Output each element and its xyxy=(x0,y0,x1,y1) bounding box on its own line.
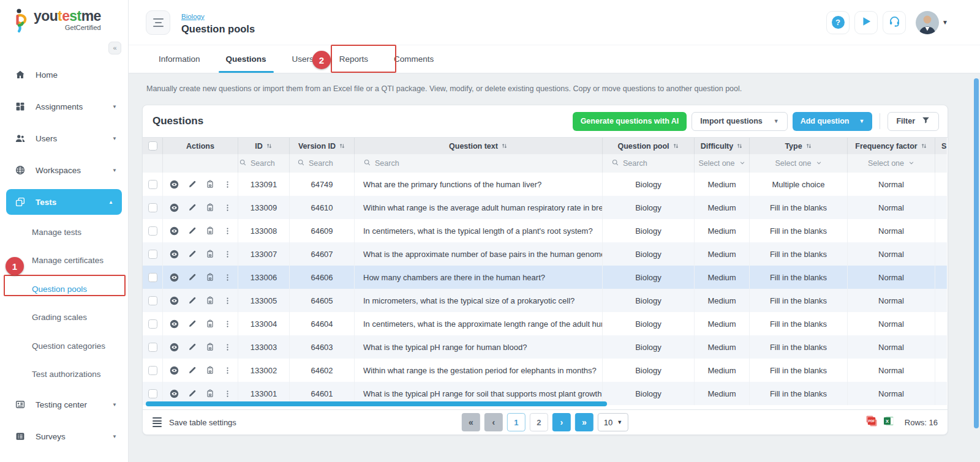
sidebar-item-users[interactable]: Users▼ xyxy=(0,122,128,154)
more-options-icon[interactable] xyxy=(223,180,232,189)
select-all-checkbox[interactable] xyxy=(148,141,157,151)
duplicate-question-icon[interactable] xyxy=(205,365,215,375)
horizontal-scrollbar[interactable] xyxy=(146,401,607,406)
row-checkbox[interactable] xyxy=(148,343,157,352)
tab-information[interactable]: Information xyxy=(146,45,213,73)
edit-icon[interactable] xyxy=(187,389,197,398)
next-page-button[interactable]: › xyxy=(552,413,571,431)
sidebar-item-surveys[interactable]: Surveys▼ xyxy=(0,420,128,452)
more-options-icon[interactable] xyxy=(223,343,232,352)
preview-icon[interactable] xyxy=(169,389,179,399)
duplicate-question-icon[interactable] xyxy=(205,296,215,305)
select-filter-frequency[interactable]: Select one xyxy=(868,159,914,168)
edit-icon[interactable] xyxy=(187,179,197,189)
search-input-version[interactable] xyxy=(309,159,347,168)
edit-icon[interactable] xyxy=(187,272,197,282)
sidebar-item-workspaces[interactable]: Workspaces▼ xyxy=(0,154,128,186)
sidebar-item-question-categories[interactable]: Question categories xyxy=(0,332,128,360)
add-question-button[interactable]: Add question▼ xyxy=(793,112,873,131)
hamburger-menu-button[interactable] xyxy=(146,10,170,35)
more-options-icon[interactable] xyxy=(223,203,232,212)
help-button[interactable]: ? xyxy=(826,11,850,34)
sidebar-collapse-button[interactable]: « xyxy=(108,42,121,54)
preview-icon[interactable] xyxy=(169,319,179,329)
tab-users[interactable]: Users xyxy=(279,45,326,73)
video-tutorial-button[interactable] xyxy=(854,11,878,34)
page-button-1[interactable]: 1 xyxy=(507,413,526,431)
sidebar-item-testing-center[interactable]: Testing center▼ xyxy=(0,389,128,420)
logo[interactable]: youtestme GetCertified xyxy=(0,0,128,37)
duplicate-question-icon[interactable] xyxy=(205,226,215,236)
question-row[interactable]: 13300464604In centimeters, what is the a… xyxy=(143,312,947,335)
excel-export-icon[interactable]: X xyxy=(883,415,895,430)
column-header-frequency[interactable]: Frequency factor xyxy=(848,138,935,154)
question-row[interactable]: 13300764607What is the approximate numbe… xyxy=(143,242,947,266)
duplicate-question-icon[interactable] xyxy=(205,249,215,259)
duplicate-question-icon[interactable] xyxy=(205,389,215,398)
sort-icon[interactable] xyxy=(805,143,812,149)
tab-questions[interactable]: Questions xyxy=(213,45,279,73)
sidebar-item-tests[interactable]: Tests▲ xyxy=(6,189,122,215)
edit-icon[interactable] xyxy=(187,342,197,352)
duplicate-question-icon[interactable] xyxy=(205,319,215,329)
preview-icon[interactable] xyxy=(169,203,179,213)
save-table-settings[interactable]: Save table settings xyxy=(153,416,236,429)
question-row[interactable]: 13300364603What is the typical pH range … xyxy=(143,335,947,359)
sidebar-item-manage-certificates[interactable]: Manage certificates xyxy=(0,247,128,275)
more-options-icon[interactable] xyxy=(223,319,232,329)
column-header-text[interactable]: Question text xyxy=(355,138,603,154)
breadcrumb-link[interactable]: Biology xyxy=(181,13,205,20)
preview-icon[interactable] xyxy=(169,179,179,190)
edit-icon[interactable] xyxy=(187,365,197,375)
row-checkbox[interactable] xyxy=(148,203,157,212)
row-checkbox[interactable] xyxy=(148,296,157,305)
question-row[interactable]: 13309164749What are the primary function… xyxy=(143,173,947,196)
sidebar-item-home[interactable]: Home xyxy=(0,59,128,91)
sort-icon[interactable] xyxy=(921,143,927,149)
support-button[interactable] xyxy=(883,11,906,34)
more-options-icon[interactable] xyxy=(223,273,232,282)
last-page-button[interactable]: » xyxy=(575,413,594,431)
filter-button[interactable]: Filter xyxy=(888,112,939,131)
search-input-pool[interactable] xyxy=(623,159,681,168)
more-options-icon[interactable] xyxy=(223,389,232,398)
column-header-type[interactable]: Type xyxy=(750,138,848,154)
sidebar-item-grading-scales[interactable]: Grading scales xyxy=(0,304,128,332)
sidebar-item-test-authorizations[interactable]: Test authorizations xyxy=(0,360,128,389)
duplicate-question-icon[interactable] xyxy=(205,203,215,212)
select-filter-type[interactable]: Select one xyxy=(775,159,821,168)
sort-icon[interactable] xyxy=(501,143,508,149)
edit-icon[interactable] xyxy=(187,203,197,212)
column-header-pool[interactable]: Question pool xyxy=(603,138,695,154)
tab-reports[interactable]: Reports xyxy=(326,45,381,73)
row-checkbox[interactable] xyxy=(148,250,157,259)
question-row[interactable]: 13300964610Within what range is the aver… xyxy=(143,196,947,219)
more-options-icon[interactable] xyxy=(223,296,232,305)
sidebar-item-question-pools[interactable]: Question pools xyxy=(0,275,128,304)
question-row[interactable]: 13300264602Within what range is the gest… xyxy=(143,359,947,382)
page-size-select[interactable]: 10 ▼ xyxy=(598,413,628,431)
preview-icon[interactable] xyxy=(169,296,179,306)
preview-icon[interactable] xyxy=(169,249,179,259)
first-page-button[interactable]: « xyxy=(462,413,480,431)
question-row[interactable]: 13300864609In centimeters, what is the t… xyxy=(143,219,947,242)
page-button-2[interactable]: 2 xyxy=(530,413,548,431)
edit-icon[interactable] xyxy=(187,319,197,329)
search-input-text[interactable] xyxy=(375,159,497,168)
duplicate-question-icon[interactable] xyxy=(205,179,215,189)
sidebar-item-assignments[interactable]: Assignments▼ xyxy=(0,91,128,122)
sort-icon[interactable] xyxy=(339,143,345,149)
column-header-version[interactable]: Version ID xyxy=(290,138,355,154)
row-checkbox[interactable] xyxy=(148,389,157,398)
sort-icon[interactable] xyxy=(673,143,679,149)
duplicate-question-icon[interactable] xyxy=(205,272,215,282)
search-input-id[interactable] xyxy=(251,159,288,168)
edit-icon[interactable] xyxy=(187,226,197,236)
pdf-export-icon[interactable]: PDF xyxy=(865,415,878,430)
row-checkbox[interactable] xyxy=(148,226,157,236)
page-vertical-scrollbar[interactable] xyxy=(974,78,979,428)
generate-questions-ai-button[interactable]: Generate questions with AI xyxy=(573,112,687,131)
import-questions-button[interactable]: Import questions▼ xyxy=(692,112,787,131)
sidebar-item-manage-tests[interactable]: Manage tests xyxy=(0,218,128,247)
row-checkbox[interactable] xyxy=(148,319,157,329)
